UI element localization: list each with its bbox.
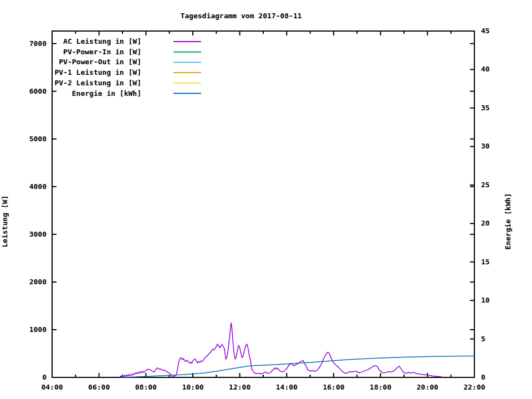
legend-label: Energie in [kWh] — [72, 89, 141, 98]
y-right-tick-label: 25 — [481, 181, 490, 189]
legend-label: PV-Power-In in [W] — [63, 48, 141, 56]
legend-label: AC Leistung in [W] — [63, 37, 141, 45]
y-right-tick-label: 0 — [481, 373, 485, 381]
gnuplot-chart-page: Tagesdiagramm vom 2017-08-11 Leistung [W… — [0, 0, 532, 399]
chart-title: Tagesdiagramm vom 2017-08-11 — [0, 12, 482, 20]
legend-label: PV-Power-Out in [W] — [59, 58, 141, 66]
y-right-tick-label: 5 — [481, 335, 485, 343]
y-left-tick-label: 0 — [42, 373, 47, 381]
x-tick-label: 20:00 — [417, 383, 438, 391]
y-right-tick-label: 40 — [481, 65, 490, 73]
legend-label: PV-2 Leistung in [W] — [54, 79, 141, 87]
y-left-tick-label: 4000 — [29, 182, 47, 191]
y-right-tick-label: 20 — [481, 219, 490, 227]
y-right-tick-label: 10 — [481, 296, 490, 304]
x-tick-label: 12:00 — [229, 383, 250, 391]
y-left-tick-label: 6000 — [29, 87, 47, 95]
y-right-tick-label: 35 — [481, 104, 490, 112]
y-right-tick-label: 15 — [481, 258, 490, 266]
y-left-tick-label: 2000 — [29, 278, 47, 286]
x-tick-label: 06:00 — [88, 383, 110, 391]
series-ac-leistung — [120, 323, 442, 377]
y-right-tick-label: 30 — [481, 142, 490, 150]
x-tick-label: 16:00 — [323, 383, 344, 391]
y-axis-left-label: Leistung [W] — [1, 183, 9, 260]
y-left-tick-label: 1000 — [29, 325, 47, 334]
y-axis-right-label: Energie [kWh] — [504, 183, 512, 260]
x-tick-label: 04:00 — [41, 383, 63, 391]
x-tick-label: 22:00 — [463, 383, 485, 391]
x-tick-label: 10:00 — [182, 383, 203, 391]
y-left-tick-label: 5000 — [29, 135, 47, 143]
legend-label: PV-1 Leistung in [W] — [54, 68, 141, 76]
chart-canvas: 04:0006:0008:0010:0012:0014:0016:0018:00… — [0, 0, 532, 399]
x-tick-label: 14:00 — [276, 383, 298, 391]
x-tick-label: 18:00 — [370, 383, 391, 391]
x-tick-label: 08:00 — [135, 383, 157, 391]
y-left-tick-label: 7000 — [29, 39, 47, 48]
y-right-tick-label: 45 — [481, 27, 490, 35]
y-left-tick-label: 3000 — [29, 230, 47, 238]
